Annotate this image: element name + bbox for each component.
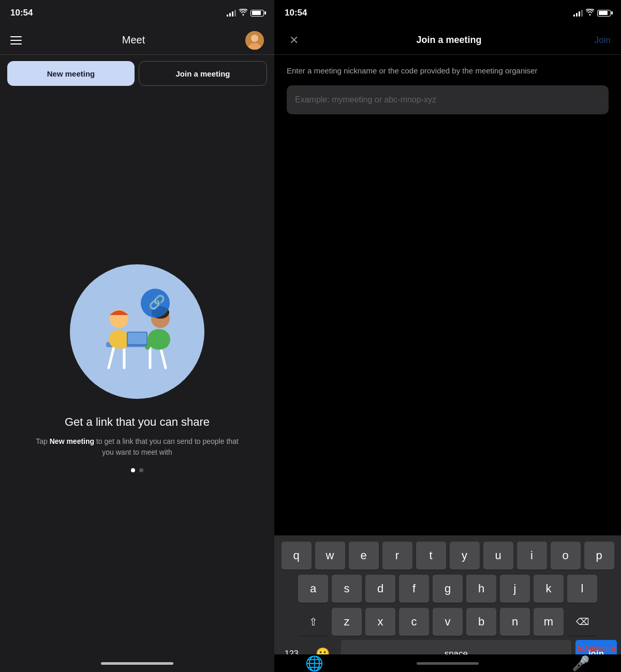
key-k[interactable]: k <box>534 575 564 603</box>
key-v[interactable]: v <box>433 608 463 636</box>
key-x[interactable]: x <box>365 608 395 636</box>
app-title: Meet <box>122 34 145 46</box>
promo-desc: Tap New meeting to get a link that you c… <box>34 436 241 458</box>
key-t[interactable]: t <box>416 542 446 570</box>
key-h[interactable]: h <box>466 575 496 603</box>
dot-1 <box>131 468 135 472</box>
promo-bold: New meeting <box>50 437 94 445</box>
key-g[interactable]: g <box>433 575 463 603</box>
tabs-row: New meeting Join a meeting <box>0 55 274 92</box>
svg-point-1 <box>251 35 258 42</box>
status-icons-left <box>227 9 264 17</box>
key-s[interactable]: s <box>332 575 362 603</box>
keyboard-row-3: ⇧ z x c v b n m ⌫ <box>277 608 618 636</box>
promo-suffix: to get a link that you can send to peopl… <box>96 437 239 456</box>
right-home-area: 🌐 🎤 <box>274 654 621 672</box>
battery-icon-right <box>597 10 611 17</box>
signal-icon-left <box>227 9 236 17</box>
status-bar-left: 10:54 <box>0 0 274 26</box>
keyboard: q w e r t y u i o p a s d f g h j k <box>274 535 621 672</box>
mic-icon[interactable]: 🎤 <box>572 655 590 672</box>
key-c[interactable]: c <box>399 608 429 636</box>
globe-icon[interactable]: 🌐 <box>305 655 323 672</box>
join-header-button[interactable]: Join <box>595 35 611 46</box>
battery-icon-left <box>250 10 264 17</box>
key-e[interactable]: e <box>349 542 379 570</box>
svg-line-4 <box>109 347 114 368</box>
home-bar-left <box>101 662 173 665</box>
key-p[interactable]: p <box>584 542 614 570</box>
menu-icon[interactable] <box>10 36 22 44</box>
close-button[interactable]: ✕ <box>285 31 303 50</box>
keyboard-rows: q w e r t y u i o p a s d f g h j k <box>274 535 621 638</box>
left-panel: 10:54 Meet <box>0 0 274 672</box>
key-d[interactable]: d <box>365 575 395 603</box>
key-i[interactable]: i <box>517 542 547 570</box>
keyboard-row-2: a s d f g h j k l <box>277 575 618 603</box>
key-b[interactable]: b <box>466 608 496 636</box>
key-u[interactable]: u <box>483 542 513 570</box>
illustration: 🔗 <box>70 264 204 399</box>
right-panel: 10:54 ✕ Joi <box>274 0 621 672</box>
backspace-key[interactable]: ⌫ <box>567 608 597 636</box>
time-left: 10:54 <box>10 8 33 18</box>
left-header: Meet <box>0 26 274 55</box>
promo-title: Get a link that you can share <box>65 415 210 429</box>
shift-key[interactable]: ⇧ <box>298 608 328 636</box>
svg-line-7 <box>160 347 166 368</box>
key-a[interactable]: a <box>298 575 328 603</box>
wifi-icon-right <box>586 9 594 17</box>
key-m[interactable]: m <box>534 608 564 636</box>
home-indicator-left <box>0 654 274 672</box>
key-o[interactable]: o <box>551 542 581 570</box>
join-meeting-title: Join a meeting <box>416 35 481 46</box>
signal-icon-right <box>573 9 583 17</box>
svg-rect-16 <box>128 333 146 344</box>
left-main-content: 🔗 Get a link that you can share Tap New … <box>0 92 274 654</box>
time-right: 10:54 <box>285 8 307 18</box>
right-content: Enter a meeting nickname or the code pro… <box>274 55 621 125</box>
key-r[interactable]: r <box>382 542 412 570</box>
key-j[interactable]: j <box>500 575 530 603</box>
dot-2 <box>139 468 143 472</box>
meeting-description: Enter a meeting nickname or the code pro… <box>287 65 609 77</box>
home-bar-right <box>417 662 479 665</box>
svg-text:🔗: 🔗 <box>149 294 166 310</box>
watermark: toAdmin.ru <box>577 644 616 652</box>
avatar[interactable] <box>245 31 264 50</box>
join-meeting-tab[interactable]: Join a meeting <box>139 61 267 86</box>
key-f[interactable]: f <box>399 575 429 603</box>
close-icon: ✕ <box>289 34 299 47</box>
key-z[interactable]: z <box>332 608 362 636</box>
key-q[interactable]: q <box>282 542 312 570</box>
wifi-icon-left <box>239 9 247 17</box>
key-n[interactable]: n <box>500 608 530 636</box>
status-bar-right: 10:54 <box>274 0 621 26</box>
keyboard-row-1: q w e r t y u i o p <box>277 542 618 570</box>
new-meeting-tab[interactable]: New meeting <box>7 61 135 86</box>
key-l[interactable]: l <box>567 575 597 603</box>
key-w[interactable]: w <box>315 542 345 570</box>
meeting-code-input[interactable] <box>287 85 609 114</box>
key-y[interactable]: y <box>450 542 480 570</box>
status-icons-right <box>573 9 611 17</box>
right-header: ✕ Join a meeting Join <box>274 26 621 55</box>
carousel-dots <box>131 458 143 483</box>
